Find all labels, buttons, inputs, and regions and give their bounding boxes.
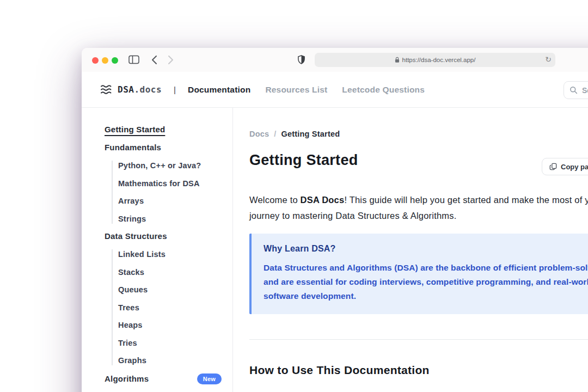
search-input[interactable] [582, 86, 588, 95]
sidebar-item-trees[interactable]: Trees [118, 303, 222, 313]
sidebar-item-arrays[interactable]: Arrays [118, 196, 222, 206]
copy-page-button[interactable]: Copy page [542, 158, 588, 175]
sidebar-item-linked-lists[interactable]: Linked Lists [118, 249, 222, 259]
url-text: https://dsa-doc.vercel.app/ [402, 57, 476, 63]
site-logo[interactable]: DSA.docs [100, 84, 162, 95]
sidebar-item-fundamentals[interactable]: Fundamentals [105, 143, 222, 152]
sidebar-item-stacks[interactable]: Stacks [118, 267, 222, 277]
page-title: Getting Started [249, 152, 588, 169]
sidebar-item-data-structures[interactable]: Data Structures [105, 231, 222, 241]
sidebar-group-fundamentals: Python, C++ or Java? Mathematics for DSA… [112, 161, 222, 224]
refresh-icon[interactable]: ↻ [545, 55, 552, 64]
sidebar-item-heaps[interactable]: Heaps [118, 320, 222, 330]
sidebar-item-strings[interactable]: Strings [118, 214, 222, 224]
why-learn-dsa-callout: Why Learn DSA? Data Structures and Algor… [249, 234, 588, 314]
callout-body: Data Structures and Algorithms (DSA) are… [264, 261, 588, 303]
breadcrumb-separator: / [274, 130, 276, 138]
section-divider [249, 339, 588, 340]
breadcrumb: Docs / Getting Started [249, 130, 588, 138]
intro-bold: DSA Docs [301, 195, 345, 205]
site-logo-text: DSA.docs [118, 84, 162, 95]
callout-title: Why Learn DSA? [264, 244, 588, 254]
zoom-window-button[interactable] [112, 57, 118, 64]
desktop-background: https://dsa-doc.vercel.app/ ↻ DSA.docs |… [0, 0, 588, 392]
browser-window: https://dsa-doc.vercel.app/ ↻ DSA.docs |… [82, 48, 588, 392]
address-bar[interactable]: https://dsa-doc.vercel.app/ ↻ [315, 53, 555, 67]
section-title: How to Use This Documentation [249, 364, 588, 377]
sidebar-item-queues[interactable]: Queues [118, 285, 222, 295]
breadcrumb-current: Getting Started [281, 130, 340, 138]
sidebar-item-mathematics-for-dsa[interactable]: Mathematics for DSA [118, 179, 222, 188]
nav-item-resources-list[interactable]: Resources List [265, 85, 327, 95]
search-box[interactable] [564, 81, 588, 99]
copy-page-label: Copy page [561, 163, 588, 171]
sidebar-item-algorithms[interactable]: Algorithms [105, 374, 149, 384]
forward-icon[interactable] [168, 55, 174, 65]
waves-logo-icon [100, 84, 113, 95]
back-icon[interactable] [151, 55, 157, 65]
site-header: DSA.docs | Documentation Resources List … [82, 72, 588, 108]
docs-sidebar: Getting Started Fundamentals Python, C++… [82, 108, 233, 392]
nav-item-leetcode-questions[interactable]: Leetcode Questions [342, 85, 425, 95]
sidebar-item-python-cpp-java[interactable]: Python, C++ or Java? [118, 161, 222, 170]
intro-paragraph: Welcome to DSA Docs! This guide will hel… [249, 192, 588, 224]
browser-titlebar: https://dsa-doc.vercel.app/ ↻ [82, 48, 588, 72]
header-divider: | [174, 85, 176, 94]
sidebar-item-graphs[interactable]: Graphs [118, 356, 222, 365]
main-nav: Documentation Resources List Leetcode Qu… [188, 85, 425, 95]
breadcrumb-docs[interactable]: Docs [249, 130, 269, 138]
sidebar-item-algorithms-row: Algorithms New [105, 373, 222, 384]
toggle-sidebar-icon[interactable] [128, 55, 139, 64]
copy-icon [549, 163, 557, 170]
close-window-button[interactable] [92, 57, 99, 64]
search-icon [569, 86, 578, 94]
sidebar-group-data-structures: Linked Lists Stacks Queues Trees Heaps T… [112, 249, 222, 365]
new-badge: New [197, 373, 222, 384]
lock-icon [395, 57, 400, 63]
content-area: Getting Started Fundamentals Python, C++… [82, 108, 588, 392]
privacy-shield-icon[interactable] [297, 54, 305, 65]
doc-main: Docs / Getting Started Getting Started C… [233, 108, 588, 392]
nav-item-documentation[interactable]: Documentation [188, 85, 250, 95]
sidebar-item-tries[interactable]: Tries [118, 338, 222, 348]
sidebar-item-getting-started[interactable]: Getting Started [105, 125, 222, 134]
minimize-window-button[interactable] [102, 57, 108, 64]
